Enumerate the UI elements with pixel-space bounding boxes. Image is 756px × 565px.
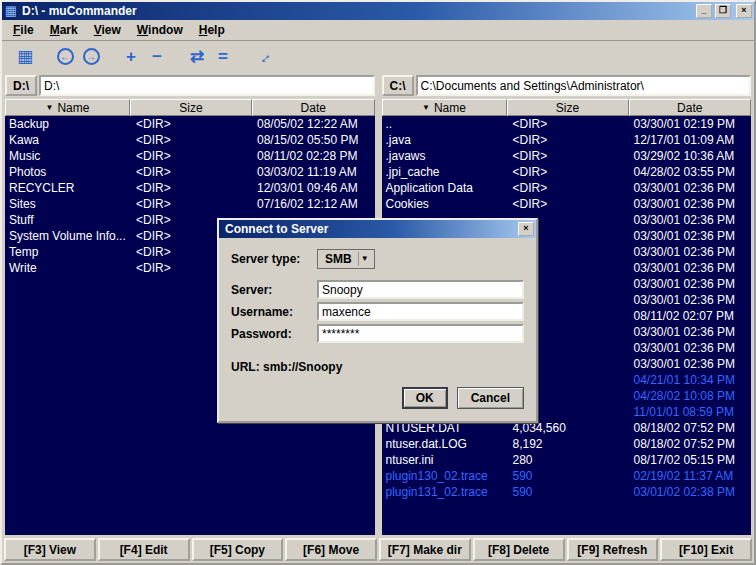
close-button[interactable]: × [736, 4, 752, 18]
table-header-right: ▼ Name Size Date [382, 99, 752, 116]
f5-copy-button[interactable]: [F5] Copy [192, 538, 284, 561]
file-row[interactable]: Cookies<DIR>03/30/01 02:36 PM [382, 196, 752, 212]
file-row[interactable]: Photos<DIR>03/03/02 11:19 AM [5, 164, 375, 180]
column-header-name[interactable]: ▼ Name [382, 99, 507, 116]
remove-button[interactable]: − [144, 45, 170, 69]
f4-edit-button[interactable]: [F4] Edit [98, 538, 190, 561]
file-date: 03/29/02 10:36 AM [629, 148, 752, 164]
file-row[interactable]: RECYCLER<DIR>12/03/01 09:46 AM [5, 180, 375, 196]
file-row[interactable]: Application Data<DIR>03/30/01 02:36 PM [382, 180, 752, 196]
file-size: <DIR> [507, 180, 629, 196]
menu-mark[interactable]: Mark [42, 20, 86, 40]
column-header-date[interactable]: Date [252, 99, 375, 116]
file-name: System Volume Info... [5, 228, 130, 244]
minimize-button[interactable]: _ [696, 4, 712, 18]
swap-panels-button[interactable]: ⇄ [184, 45, 210, 69]
menu-help-rest: elp [207, 23, 224, 37]
file-date: 03/30/01 02:36 PM [629, 228, 752, 244]
chevron-down-icon: ▼ [358, 252, 371, 266]
file-row[interactable]: .javaws<DIR>03/29/02 10:36 AM [382, 148, 752, 164]
file-name: Photos [5, 164, 130, 180]
file-date: 12/03/01 09:46 AM [252, 180, 375, 196]
f10-exit-button[interactable]: [F10] Exit [660, 538, 752, 561]
file-size: 280 [507, 452, 629, 468]
menu-file[interactable]: File [5, 20, 42, 40]
f6-move-button[interactable]: [F6] Move [285, 538, 377, 561]
server-type-select[interactable]: SMB ▼ [317, 249, 375, 269]
f3-view-button[interactable]: [F3] View [4, 538, 96, 561]
drive-button-right[interactable]: C:\ [382, 75, 414, 96]
menu-mark-mnemonic: M [50, 23, 60, 37]
dialog-close-button[interactable]: × [518, 222, 534, 236]
f7-makedir-button[interactable]: [F7] Make dir [379, 538, 471, 561]
file-date: 04/28/02 03:55 PM [629, 164, 752, 180]
new-window-button[interactable]: ▦ [12, 45, 38, 69]
maximize-button[interactable]: ❐ [715, 4, 731, 18]
column-header-name[interactable]: ▼ Name [5, 99, 130, 116]
file-row[interactable]: Sites<DIR>07/16/02 12:12 AM [5, 196, 375, 212]
f9-refresh-button[interactable]: [F9] Refresh [567, 538, 659, 561]
file-date: 03/30/01 02:36 PM [629, 276, 752, 292]
file-row[interactable]: ntuser.dat.LOG8,19208/18/02 07:52 PM [382, 436, 752, 452]
file-date: 08/18/02 07:52 PM [629, 420, 752, 436]
file-row[interactable]: Music<DIR>08/11/02 02:28 PM [5, 148, 375, 164]
file-row[interactable]: plugin130_02.trace59002/19/02 11:37 AM [382, 468, 752, 484]
f8-delete-button[interactable]: [F8] Delete [473, 538, 565, 561]
file-size: <DIR> [130, 116, 252, 132]
go-forward-button[interactable]: → [78, 45, 104, 69]
file-row[interactable]: ntuser.ini28008/17/02 05:15 PM [382, 452, 752, 468]
resize-button[interactable]: ↔ [250, 45, 276, 69]
cancel-button[interactable]: Cancel [457, 387, 524, 409]
menu-view-rest: iew [102, 23, 121, 37]
password-label: Password: [231, 327, 317, 341]
drive-button-left[interactable]: D:\ [5, 75, 37, 96]
file-name: plugin130_02.trace [382, 468, 507, 484]
dialog-titlebar[interactable]: Connect to Server × [219, 220, 536, 238]
server-input[interactable] [317, 280, 524, 299]
file-size: 8,192 [507, 436, 629, 452]
dialog-body: Server type: SMB ▼ Server: Username: Pas… [219, 238, 536, 421]
file-size: 590 [507, 484, 629, 500]
path-input-left[interactable] [39, 75, 375, 96]
add-button[interactable]: + [118, 45, 144, 69]
file-name: Kawa [5, 132, 130, 148]
file-row[interactable]: .jpi_cache<DIR>04/28/02 03:55 PM [382, 164, 752, 180]
minus-icon: − [152, 48, 162, 65]
go-back-button[interactable]: ← [52, 45, 78, 69]
menu-help[interactable]: Help [191, 20, 233, 40]
path-input-right[interactable] [416, 75, 752, 96]
file-date: 03/30/01 02:36 PM [629, 244, 752, 260]
server-url-text: URL: smb://Snoopy [231, 360, 524, 374]
back-icon: ← [57, 48, 74, 65]
file-size: 590 [507, 468, 629, 484]
file-date: 02/19/02 11:37 AM [629, 468, 752, 484]
column-header-size[interactable]: Size [507, 99, 629, 116]
window-titlebar[interactable]: ▦ D:\ - muCommander _ ❐ × [2, 2, 754, 20]
file-name: .jpi_cache [382, 164, 507, 180]
menu-view[interactable]: View [86, 20, 129, 40]
file-date: 08/17/02 05:15 PM [629, 452, 752, 468]
column-header-date[interactable]: Date [629, 99, 752, 116]
connect-to-server-dialog: Connect to Server × Server type: SMB ▼ S… [217, 218, 538, 423]
file-date: 03/30/01 02:36 PM [629, 212, 752, 228]
file-size: <DIR> [507, 148, 629, 164]
swap-panels-icon: ⇄ [190, 48, 204, 65]
username-label: Username: [231, 305, 317, 319]
table-header-left: ▼ Name Size Date [5, 99, 375, 116]
username-input[interactable] [317, 302, 524, 321]
file-row[interactable]: Kawa<DIR>08/15/02 05:50 PM [5, 132, 375, 148]
file-row[interactable]: ..<DIR>03/30/01 02:19 PM [382, 116, 752, 132]
ok-button[interactable]: OK [402, 387, 448, 409]
password-input[interactable] [317, 324, 524, 343]
file-date: 04/21/01 10:34 PM [629, 372, 752, 388]
file-name: plugin131_02.trace [382, 484, 507, 500]
menu-file-rest: ile [20, 23, 33, 37]
file-row[interactable]: .java<DIR>12/17/01 01:09 AM [382, 132, 752, 148]
file-row[interactable]: plugin131_02.trace59003/01/02 02:38 PM [382, 484, 752, 500]
equalize-panels-button[interactable]: = [210, 45, 236, 69]
file-row[interactable]: Backup<DIR>08/05/02 12:22 AM [5, 116, 375, 132]
menu-window[interactable]: Window [129, 20, 191, 40]
column-header-size[interactable]: Size [130, 99, 252, 116]
file-name: Write [5, 260, 130, 276]
file-name: Sites [5, 196, 130, 212]
